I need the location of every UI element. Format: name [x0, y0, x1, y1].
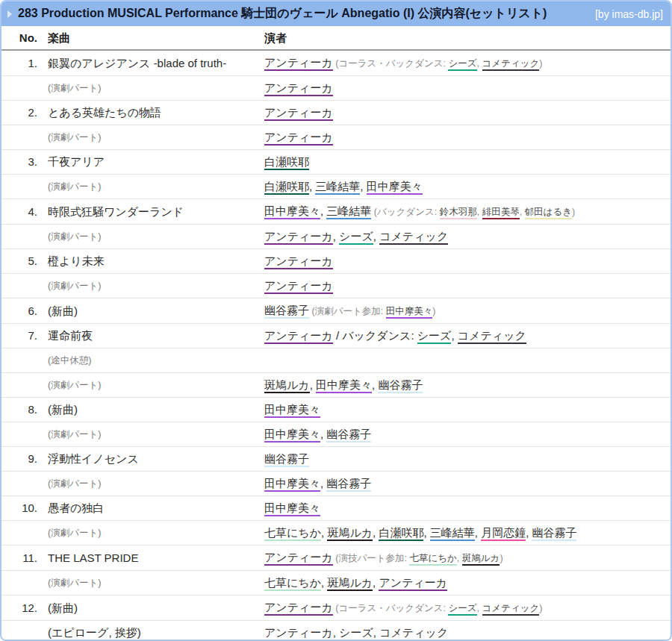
performer-link[interactable]: 月岡恋鐘 [481, 526, 526, 541]
performer-link[interactable]: 鈴木羽那 [440, 207, 477, 219]
performer-link[interactable]: 白瀬咲耶 [379, 526, 423, 541]
performer-link[interactable]: アンティーカ [264, 81, 333, 96]
performer-link[interactable]: アンティーカ [264, 254, 333, 269]
performer-cell: アンティーカ / バックダンス: シーズ, コメティック [261, 324, 671, 348]
setlist-row: (演劇パート)七草にちか, 斑鳩ルカ, 白瀬咲耶, 三峰結華, 月岡恋鐘, 幽谷… [1, 521, 671, 545]
performer-cell: 七草にちか, 斑鳩ルカ, 白瀬咲耶, 三峰結華, 月岡恋鐘, 幽谷霧子 [261, 521, 671, 545]
performer-link[interactable]: 緋田美琴 [482, 207, 520, 219]
setlist-row: 2.とある英雄たちの物語アンティーカ [1, 101, 671, 125]
performer-link[interactable]: アンティーカ [264, 279, 333, 294]
part-label: (演劇パート) [40, 571, 261, 595]
performer-link[interactable]: アンティーカ [264, 131, 333, 146]
performer-link[interactable]: 幽谷霧子 [264, 304, 309, 319]
part-label: (演劇パート) [40, 175, 261, 199]
performer-link[interactable]: 幽谷霧子 [264, 452, 309, 467]
row-number: 9. [1, 447, 40, 472]
performer-link[interactable]: 白瀬咲耶 [264, 180, 309, 195]
performer-link[interactable]: 田中摩美々 [367, 180, 423, 195]
setlist-row: (演劇パート)田中摩美々, 幽谷霧子 [1, 422, 671, 447]
performer-cell: アンティーカ, シーズ, コメティック [261, 225, 671, 249]
row-number [1, 472, 40, 496]
performer-link[interactable]: 白瀬咲耶 [264, 155, 309, 170]
song-title: (新曲) [40, 298, 261, 324]
performer-link[interactable]: アンティーカ [264, 329, 333, 344]
performer-link[interactable]: コメティック [482, 58, 540, 71]
song-title: 浮動性イノセンス [40, 447, 261, 472]
performer-link[interactable]: シーズ [448, 603, 476, 616]
performer-link[interactable]: アンティーカ [379, 576, 447, 591]
performer-cell: アンティーカ (コーラス・バックダンス: シーズ, コメティック) [261, 595, 671, 621]
performer-link[interactable]: 田中摩美々 [386, 306, 433, 319]
annotation-text: , [477, 603, 482, 613]
performer-link[interactable]: アンティーカ [264, 626, 333, 641]
song-title: (エピローグ, 挨拶) [40, 621, 261, 641]
performer-link[interactable]: シーズ [339, 230, 373, 245]
setlist-row: (途中休憩) [1, 348, 671, 373]
performer-link[interactable]: 田中摩美々 [264, 501, 320, 516]
performer-link[interactable]: 斑鳩ルカ [264, 378, 310, 393]
performer-cell: アンティーカ, シーズ, コメティック [261, 621, 671, 641]
performer-link[interactable]: 幽谷霧子 [326, 477, 371, 492]
performer-link[interactable]: 七草にちか [264, 526, 321, 541]
setlist-panel: 283 Production MUSICAL Performance 騎士団のヴ… [0, 0, 672, 641]
col-header-performer: 演者 [261, 26, 671, 50]
performer-link[interactable]: 斑鳩ルカ [327, 526, 373, 541]
row-number: 6. [1, 298, 40, 324]
performer-link[interactable]: 田中摩美々 [264, 428, 320, 443]
song-title: 銀翼のアレジアンス -blade of truth- [40, 50, 261, 76]
row-number: 5. [1, 249, 40, 274]
separator-text: , [373, 230, 379, 243]
part-label: (演劇パート) [40, 225, 261, 249]
row-number [1, 521, 40, 545]
performer-link[interactable]: アンティーカ [264, 230, 333, 245]
performer-link[interactable]: アンティーカ [264, 551, 333, 566]
performer-link[interactable]: アンティーカ [264, 106, 333, 121]
collapse-arrow-icon[interactable] [7, 10, 12, 18]
song-title: 愚者の独白 [40, 496, 261, 521]
performer-link[interactable]: 郁田はるき [525, 207, 572, 219]
performer-link[interactable]: 三峰結華 [326, 204, 371, 219]
performer-link[interactable]: シーズ [339, 626, 373, 641]
performer-link[interactable]: コメティック [482, 603, 540, 616]
performer-link[interactable]: コメティック [379, 626, 448, 641]
song-title: とある英雄たちの物語 [40, 101, 261, 125]
performer-link[interactable]: アンティーカ [264, 601, 333, 616]
separator-text: / バックダンス: [333, 329, 417, 342]
performer-link[interactable]: アンティーカ [264, 56, 333, 71]
row-number [1, 422, 40, 447]
annotation-text: , [477, 58, 482, 69]
performer-link[interactable]: 田中摩美々 [264, 403, 320, 418]
performer-link[interactable]: 幽谷霧子 [532, 526, 576, 541]
performer-link[interactable]: 田中摩美々 [316, 378, 372, 393]
credit-link[interactable]: [by imas-db.jp] [595, 8, 663, 20]
performer-cell: 幽谷霧子 [261, 447, 671, 472]
performer-link[interactable]: 幽谷霧子 [326, 428, 371, 443]
performer-link[interactable]: コメティック [379, 230, 448, 245]
performer-link[interactable]: 田中摩美々 [264, 204, 320, 219]
performer-link[interactable]: 七草にちか [409, 553, 456, 566]
annotation-text: ) [500, 553, 503, 563]
separator-text: , [333, 626, 339, 639]
performer-cell: アンティーカ [261, 125, 671, 150]
setlist-row: 1.銀翼のアレジアンス -blade of truth-アンティーカ (コーラス… [1, 50, 671, 76]
annotation-text: , [457, 553, 462, 563]
performer-cell: アンティーカ (コーラス・バックダンス: シーズ, コメティック) [261, 50, 671, 76]
setlist-table: No. 楽曲 演者 1.銀翼のアレジアンス -blade of truth-アン… [1, 26, 671, 641]
performer-link[interactable]: コメティック [458, 329, 526, 344]
performer-link[interactable]: 三峰結華 [430, 526, 475, 541]
performer-link[interactable]: 幽谷霧子 [378, 378, 423, 393]
setlist-row: (演劇パート)アンティーカ, シーズ, コメティック [1, 225, 671, 249]
performer-link[interactable]: シーズ [448, 58, 476, 71]
setlist-row: 11.THE LAST PRIDEアンティーカ (演技パート参加: 七草にちか,… [1, 545, 671, 571]
performer-link[interactable]: 七草にちか [264, 576, 321, 591]
performer-link[interactable]: 斑鳩ルカ [462, 553, 500, 566]
part-label: (演劇パート) [40, 521, 261, 545]
performer-link[interactable]: シーズ [417, 329, 452, 344]
performer-cell: 田中摩美々 [261, 496, 671, 521]
annotation-text: (バックダンス: [371, 207, 439, 217]
performer-link[interactable]: 斑鳩ルカ [327, 576, 373, 591]
row-number [1, 348, 40, 373]
performer-link[interactable]: 田中摩美々 [264, 477, 320, 492]
performer-link[interactable]: 三峰結華 [315, 180, 360, 195]
song-title: 橙より未来 [40, 249, 261, 274]
